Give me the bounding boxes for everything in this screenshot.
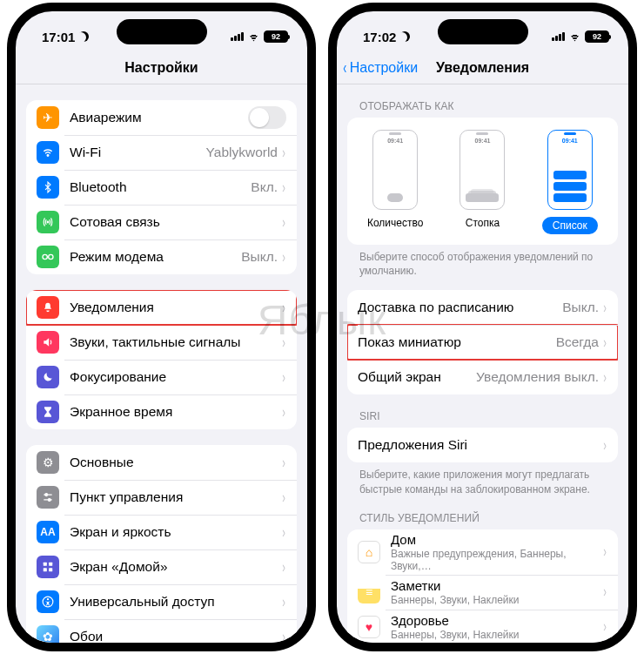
row-accessibility[interactable]: Универсальный доступ ›: [26, 584, 297, 619]
row-label: Здоровье: [391, 613, 602, 628]
row-screen-sharing[interactable]: Общий экран Уведомления выкл. ›: [347, 360, 618, 394]
row-label: Экран «Домой»: [70, 559, 281, 575]
chevron-right-icon: ›: [282, 489, 285, 507]
row-previews[interactable]: Показ миниатюр Всегда ›: [347, 325, 618, 360]
airplane-icon: ✈: [37, 106, 59, 129]
row-display[interactable]: AA Экран и яркость ›: [26, 515, 297, 549]
bell-icon: [37, 296, 59, 319]
chevron-right-icon: ›: [603, 368, 607, 387]
row-cellular[interactable]: Сотовая связь ›: [26, 205, 297, 239]
stack-preview: 09:41: [460, 130, 505, 210]
group-delivery: Доставка по расписанию Выкл. › Показ мин…: [347, 290, 618, 394]
page-title: Уведомления: [436, 60, 529, 76]
accessibility-icon: [37, 590, 59, 613]
nav-header: ‹ Настройки Уведомления: [337, 51, 628, 84]
row-airplane[interactable]: ✈ Авиарежим: [26, 100, 297, 135]
home-app-icon: ⌂: [358, 541, 380, 563]
chevron-right-icon: ›: [603, 543, 607, 561]
display-as-selector: 09:41 Количество 09:41 Стопка 09:4: [347, 118, 618, 245]
chevron-right-icon: ›: [603, 334, 607, 352]
row-wifi[interactable]: Wi-Fi Yablykworld ›: [26, 135, 297, 170]
section-header-display: ОТОБРАЖАТЬ КАК: [347, 84, 618, 118]
row-control-center[interactable]: Пункт управления ›: [26, 480, 297, 515]
row-label: Экран и яркость: [70, 524, 281, 540]
row-app-notes[interactable]: ≡ Заметки Баннеры, Звуки, Наклейки ›: [347, 575, 618, 610]
back-label: Настройки: [350, 60, 418, 76]
chevron-right-icon: ›: [282, 213, 285, 232]
row-hotspot[interactable]: Режим модема Выкл. ›: [26, 239, 297, 274]
svg-point-1: [47, 221, 49, 223]
chevron-right-icon: ›: [282, 454, 285, 472]
row-label: Wi-Fi: [70, 145, 206, 160]
phone-left: 17:01 92 Настройки ✈ Авиарежим Wi-Fi Yab…: [7, 3, 316, 651]
moon-focus-icon: [37, 366, 59, 388]
section-header-siri: SIRI: [347, 394, 618, 428]
dynamic-island: [438, 19, 528, 44]
row-sublabel: Баннеры, Звуки, Наклейки: [391, 594, 602, 606]
row-value: Выкл.: [562, 300, 599, 315]
page-title: Настройки: [124, 60, 198, 76]
option-label: Количество: [367, 217, 423, 229]
row-label: Фокусирование: [70, 369, 281, 385]
wifi-icon: [247, 32, 260, 42]
row-app-health[interactable]: ♥ Здоровье Баннеры, Звуки, Наклейки ›: [347, 610, 618, 643]
row-wallpaper[interactable]: ✿ Обои ›: [26, 619, 297, 643]
chevron-right-icon: ›: [603, 617, 607, 636]
row-screentime[interactable]: Экранное время ›: [26, 394, 297, 429]
wifi-settings-icon: [37, 141, 59, 164]
svg-rect-8: [44, 568, 47, 571]
chevron-right-icon: ›: [282, 628, 285, 644]
svg-point-11: [47, 598, 49, 600]
row-bluetooth[interactable]: Bluetooth Вкл. ›: [26, 170, 297, 205]
chevron-right-icon: ›: [282, 523, 285, 542]
row-sublabel: Баннеры, Звуки, Наклейки: [391, 629, 602, 641]
text-size-icon: AA: [37, 521, 59, 543]
row-label: Экранное время: [70, 404, 281, 420]
row-homescreen[interactable]: Экран «Домой» ›: [26, 549, 297, 584]
gear-icon: ⚙: [37, 451, 59, 474]
notifications-scroll[interactable]: ОТОБРАЖАТЬ КАК 09:41 Количество 09:41: [337, 84, 628, 643]
section-footer-display: Выберите способ отображения уведомлений …: [347, 245, 618, 278]
row-value: Вкл.: [251, 179, 278, 195]
row-label: Доставка по расписанию: [358, 300, 562, 315]
row-label: Обои: [70, 629, 281, 643]
option-label: Список: [542, 217, 598, 234]
sliders-icon: [37, 486, 59, 509]
option-stack[interactable]: 09:41 Стопка: [441, 130, 523, 234]
row-value: Выкл.: [241, 249, 278, 265]
chevron-right-icon: ›: [282, 334, 285, 352]
back-button[interactable]: ‹ Настройки: [342, 57, 418, 78]
chevron-right-icon: ›: [282, 593, 285, 611]
health-app-icon: ♥: [358, 616, 380, 638]
row-label: Пункт управления: [70, 489, 281, 505]
row-value: Всегда: [556, 334, 599, 350]
battery-icon: 92: [264, 30, 288, 43]
svg-point-4: [45, 494, 48, 496]
group-general: ⚙ Основные › Пункт управления › AA Экран…: [26, 445, 297, 643]
chevron-right-icon: ›: [603, 299, 607, 317]
antenna-icon: [37, 211, 59, 233]
row-scheduled[interactable]: Доставка по расписанию Выкл. ›: [347, 290, 618, 325]
wifi-icon: [568, 32, 581, 42]
chevron-right-icon: ›: [282, 403, 285, 421]
dynamic-island: [117, 19, 207, 44]
group-connectivity: ✈ Авиарежим Wi-Fi Yablykworld › Bluetoot…: [26, 100, 297, 274]
svg-point-0: [47, 155, 49, 157]
row-label: Показ миниатюр: [358, 334, 556, 350]
row-value: Уведомления выкл.: [476, 369, 599, 385]
option-count[interactable]: 09:41 Количество: [354, 130, 436, 234]
row-general[interactable]: ⚙ Основные ›: [26, 445, 297, 480]
svg-rect-9: [49, 568, 52, 571]
nav-header: Настройки: [16, 51, 307, 84]
chevron-left-icon: ‹: [343, 57, 346, 78]
row-focus[interactable]: Фокусирование ›: [26, 360, 297, 394]
row-app-home[interactable]: ⌂ Дом Важные предупреждения, Баннеры, Зв…: [347, 529, 618, 575]
row-siri-suggestions[interactable]: Предложения Siri ›: [347, 428, 618, 462]
settings-scroll[interactable]: ✈ Авиарежим Wi-Fi Yablykworld › Bluetoot…: [16, 84, 307, 643]
row-label: Звуки, тактильные сигналы: [70, 334, 281, 350]
row-sounds[interactable]: Звуки, тактильные сигналы ›: [26, 325, 297, 360]
option-list[interactable]: 09:41 Список: [529, 130, 611, 234]
group-siri: Предложения Siri ›: [347, 428, 618, 462]
airplane-toggle[interactable]: [248, 106, 286, 129]
row-notifications[interactable]: Уведомления ›: [26, 290, 297, 325]
